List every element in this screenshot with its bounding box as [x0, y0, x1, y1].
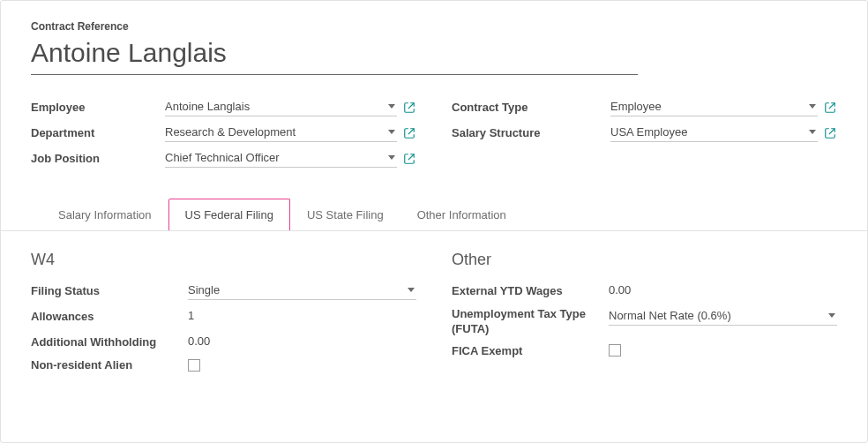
- tab-us-federal-filing[interactable]: US Federal Filing: [168, 199, 290, 231]
- filing-status-value: Single: [188, 283, 220, 297]
- additional-withholding-wrap: 0.00: [188, 333, 416, 351]
- salary-struct-row: Salary Structure USA Employee: [452, 124, 837, 142]
- tab-content: W4 Filing Status Single Allowances: [31, 231, 837, 379]
- job-value: Chief Technical Officer: [165, 151, 280, 164]
- title-row: Antoine Langlais: [31, 36, 638, 75]
- ext-ytd-input[interactable]: 0.00: [609, 282, 837, 300]
- other-section: Other External YTD Wages 0.00 Unemployme…: [452, 251, 837, 379]
- external-link-icon[interactable]: [402, 101, 416, 115]
- job-row: Job Position Chief Technical Officer: [31, 149, 416, 168]
- employee-value: Antoine Langlais: [165, 100, 250, 113]
- allowances-label: Allowances: [31, 310, 188, 323]
- allowances-input[interactable]: 1: [188, 307, 416, 326]
- filing-status-row: Filing Status Single: [31, 282, 416, 300]
- unemployment-value: Normal Net Rate (0.6%): [609, 309, 731, 322]
- contract-type-value-wrap: Employee: [610, 98, 837, 116]
- form-card: Contract Reference Antoine Langlais Empl…: [0, 0, 868, 443]
- right-column: Contract Type Employee Salary Structure: [452, 98, 837, 175]
- caret-down-icon: [828, 313, 835, 318]
- external-link-icon[interactable]: [402, 126, 416, 140]
- other-title: Other: [452, 251, 837, 269]
- job-value-wrap: Chief Technical Officer: [165, 149, 416, 168]
- caret-down-icon: [809, 104, 816, 109]
- salary-struct-label: Salary Structure: [452, 126, 610, 139]
- contract-reference-label: Contract Reference: [31, 20, 837, 33]
- tabs: Salary Information US Federal Filing US …: [31, 198, 837, 230]
- filing-status-label: Filing Status: [31, 284, 188, 297]
- allowances-row: Allowances 1: [31, 307, 416, 326]
- caret-down-icon: [388, 104, 395, 109]
- external-link-icon[interactable]: [402, 152, 416, 166]
- contract-type-value: Employee: [610, 100, 662, 113]
- department-label: Department: [31, 126, 165, 139]
- unemployment-row: Unemployment Tax Type (FUTA) Normal Net …: [452, 307, 837, 337]
- contract-type-select[interactable]: Employee: [610, 98, 818, 116]
- employee-select[interactable]: Antoine Langlais: [165, 98, 397, 116]
- salary-struct-value-wrap: USA Employee: [610, 124, 837, 142]
- nonresident-checkbox[interactable]: [188, 359, 200, 372]
- w4-section: W4 Filing Status Single Allowances: [31, 251, 416, 379]
- additional-withholding-row: Additional Withholding 0.00: [31, 333, 416, 351]
- employee-value-wrap: Antoine Langlais: [165, 98, 416, 116]
- unemployment-label: Unemployment Tax Type (FUTA): [452, 307, 609, 337]
- department-row: Department Research & Development: [31, 124, 416, 142]
- unemployment-select[interactable]: Normal Net Rate (0.6%): [609, 307, 837, 326]
- department-value: Research & Development: [165, 125, 296, 139]
- fica-label: FICA Exempt: [452, 344, 609, 357]
- left-column: Employee Antoine Langlais Department: [31, 98, 416, 175]
- w4-title: W4: [31, 251, 416, 269]
- caret-down-icon: [809, 130, 816, 134]
- external-link-icon[interactable]: [823, 101, 837, 115]
- ext-ytd-row: External YTD Wages 0.00: [452, 282, 837, 300]
- filing-status-wrap: Single: [188, 282, 416, 300]
- external-link-icon[interactable]: [823, 126, 837, 140]
- tabs-wrap: Salary Information US Federal Filing US …: [31, 198, 837, 379]
- employee-label: Employee: [31, 101, 165, 114]
- caret-down-icon: [388, 130, 395, 134]
- job-label: Job Position: [31, 152, 165, 165]
- tab-underline: [1, 230, 867, 231]
- unemployment-wrap: Normal Net Rate (0.6%): [609, 307, 837, 326]
- additional-withholding-input[interactable]: 0.00: [188, 333, 416, 351]
- salary-struct-select[interactable]: USA Employee: [610, 124, 818, 142]
- tab-salary-information[interactable]: Salary Information: [41, 199, 168, 231]
- contract-title-input[interactable]: Antoine Langlais: [31, 36, 638, 69]
- top-columns: Employee Antoine Langlais Department: [31, 98, 837, 175]
- fica-checkbox[interactable]: [609, 344, 621, 357]
- additional-withholding-label: Additional Withholding: [31, 335, 188, 349]
- salary-struct-value: USA Employee: [610, 125, 687, 139]
- filing-status-select[interactable]: Single: [188, 282, 416, 300]
- ext-ytd-wrap: 0.00: [609, 282, 837, 300]
- tab-other-information[interactable]: Other Information: [400, 199, 523, 231]
- nonresident-row: Non-resident Alien: [31, 358, 416, 372]
- allowances-wrap: 1: [188, 307, 416, 326]
- ext-ytd-label: External YTD Wages: [452, 284, 609, 297]
- nonresident-wrap: [188, 359, 416, 372]
- department-value-wrap: Research & Development: [165, 124, 416, 142]
- department-select[interactable]: Research & Development: [165, 124, 397, 142]
- fica-row: FICA Exempt: [452, 344, 837, 357]
- caret-down-icon: [388, 155, 395, 160]
- job-select[interactable]: Chief Technical Officer: [165, 149, 397, 168]
- tab-us-state-filing[interactable]: US State Filing: [290, 199, 400, 231]
- contract-type-label: Contract Type: [452, 101, 610, 114]
- contract-type-row: Contract Type Employee: [452, 98, 837, 116]
- nonresident-label: Non-resident Alien: [31, 358, 188, 372]
- fica-wrap: [609, 344, 837, 357]
- caret-down-icon: [408, 288, 415, 292]
- employee-row: Employee Antoine Langlais: [31, 98, 416, 116]
- form-inner: Contract Reference Antoine Langlais Empl…: [1, 1, 867, 387]
